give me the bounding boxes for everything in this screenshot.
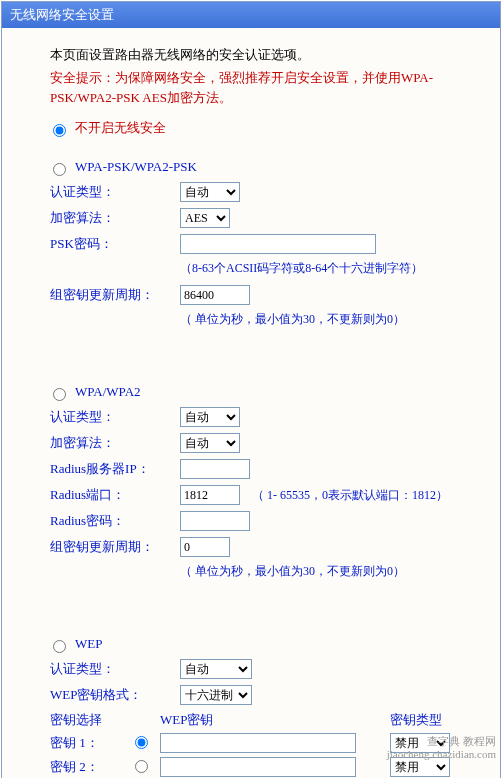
psk-auth-select[interactable]: 自动	[180, 182, 240, 202]
radius-port-label: Radius端口：	[50, 486, 180, 504]
radio-wpa[interactable]	[53, 388, 66, 401]
wpa-encrypt-select[interactable]: 自动	[180, 433, 240, 453]
psk-encrypt-label: 加密算法：	[50, 209, 180, 227]
wpa-auth-select[interactable]: 自动	[180, 407, 240, 427]
wep-auth-label: 认证类型：	[50, 660, 180, 678]
wep-key1-label: 密钥 1：	[50, 734, 130, 752]
radio-none-label: 不开启无线安全	[75, 120, 166, 135]
radio-wpa-label: WPA/WPA2	[75, 384, 141, 399]
wpa-auth-label: 认证类型：	[50, 408, 180, 426]
wep-key1-input[interactable]	[160, 733, 356, 753]
wpa-groupkey-label: 组密钥更新周期：	[50, 538, 180, 556]
psk-encrypt-select[interactable]: AES	[180, 208, 230, 228]
wep-key1-type[interactable]: 禁用	[390, 733, 450, 753]
psk-groupkey-hint: （ 单位为秒，最小值为30，不更新则为0）	[180, 311, 480, 328]
radius-ip-label: Radius服务器IP：	[50, 460, 180, 478]
content-area: 本页面设置路由器无线网络的安全认证选项。 安全提示：为保障网络安全，强烈推荐开启…	[2, 28, 500, 778]
radio-wep[interactable]	[53, 640, 66, 653]
radius-port-hint: （ 1- 65535，0表示默认端口：1812）	[252, 487, 448, 504]
titlebar: 无线网络安全设置	[2, 2, 500, 28]
psk-password-label: PSK密码：	[50, 235, 180, 253]
radio-wpa-row: WPA/WPA2	[48, 384, 480, 401]
wep-key2-label: 密钥 2：	[50, 758, 130, 776]
wep-col-select: 密钥选择	[50, 711, 160, 729]
wpa-groupkey-input[interactable]	[180, 537, 230, 557]
wep-col-key: WEP密钥	[160, 711, 390, 729]
radius-ip-input[interactable]	[180, 459, 250, 479]
psk-password-hint: （8-63个ACSII码字符或8-64个十六进制字符）	[180, 260, 480, 277]
wep-key2-input[interactable]	[160, 757, 356, 777]
radius-pw-input[interactable]	[180, 511, 250, 531]
radio-psk[interactable]	[53, 163, 66, 176]
radius-pw-label: Radius密码：	[50, 512, 180, 530]
psk-groupkey-label: 组密钥更新周期：	[50, 286, 180, 304]
radio-psk-label: WPA-PSK/WPA2-PSK	[75, 159, 197, 174]
wep-key1-radio[interactable]	[135, 736, 148, 749]
wep-format-label: WEP密钥格式：	[50, 686, 180, 704]
psk-groupkey-input[interactable]	[180, 285, 250, 305]
radio-psk-row: WPA-PSK/WPA2-PSK	[48, 159, 480, 176]
window-frame: 无线网络安全设置 本页面设置路由器无线网络的安全认证选项。 安全提示：为保障网络…	[1, 1, 501, 778]
psk-password-input[interactable]	[180, 234, 376, 254]
radio-wep-row: WEP	[48, 636, 480, 653]
radio-wep-label: WEP	[75, 636, 102, 651]
wpa-encrypt-label: 加密算法：	[50, 434, 180, 452]
wep-col-type: 密钥类型	[390, 711, 442, 729]
security-warning: 安全提示：为保障网络安全，强烈推荐开启安全设置，并使用WPA-PSK/WPA2-…	[50, 68, 480, 107]
radio-none[interactable]	[53, 124, 66, 137]
psk-auth-label: 认证类型：	[50, 183, 180, 201]
wpa-groupkey-hint: （ 单位为秒，最小值为30，不更新则为0）	[180, 563, 480, 580]
intro-text: 本页面设置路由器无线网络的安全认证选项。	[50, 46, 480, 64]
wep-key2-radio[interactable]	[135, 760, 148, 773]
wep-key2-type[interactable]: 禁用	[390, 757, 450, 777]
radius-port-input[interactable]	[180, 485, 240, 505]
wep-auth-select[interactable]: 自动	[180, 659, 252, 679]
wep-format-select[interactable]: 十六进制	[180, 685, 252, 705]
radio-none-row: 不开启无线安全	[48, 119, 480, 137]
window-title: 无线网络安全设置	[10, 7, 114, 22]
